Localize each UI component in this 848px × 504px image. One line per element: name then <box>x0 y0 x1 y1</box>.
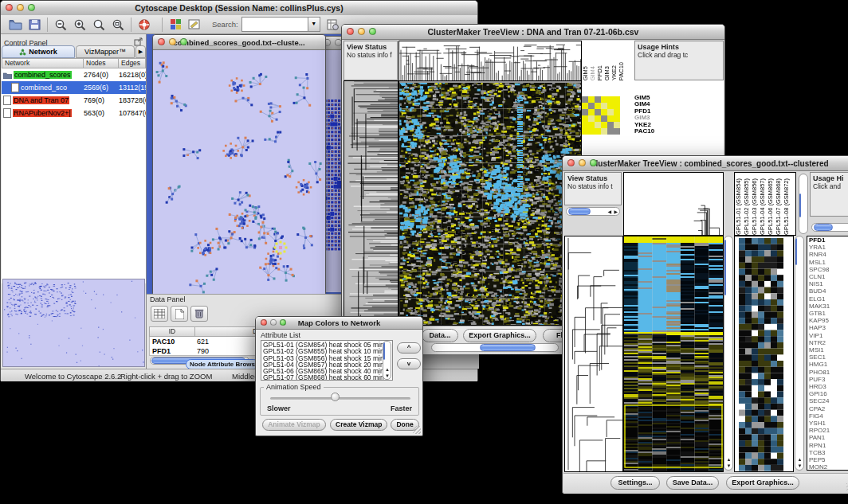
gene-label[interactable]: FIG4 <box>809 412 848 420</box>
column-dendrogram[interactable] <box>623 172 724 236</box>
minimize-button[interactable] <box>579 159 586 166</box>
new-attribute-icon[interactable] <box>171 306 188 322</box>
gene-label[interactable]: GPI16 <box>809 390 848 397</box>
network-row[interactable]: combined_scores 2764(0) 16218(0) <box>2 68 146 81</box>
network-view-1-canvas[interactable] <box>153 50 325 294</box>
attribute-list-vscrollbar[interactable]: ▲ ▼ <box>383 341 391 380</box>
move-up-button[interactable]: ^ <box>397 342 421 354</box>
network-row[interactable]: DNA and Tran 07 769(0) 183728(0) <box>2 94 146 107</box>
column-header-nodes[interactable]: Nodes <box>84 58 119 68</box>
scrollbar-thumb[interactable] <box>568 208 591 215</box>
scroll-down-arrow[interactable]: ▼ <box>798 463 803 468</box>
column-header-network[interactable]: Network <box>2 58 84 68</box>
column-header-edges[interactable]: Edges <box>119 58 146 68</box>
scroll-right-arrow[interactable]: ▶ <box>614 209 618 214</box>
gene-label[interactable]: PHO81 <box>809 369 848 376</box>
window-controls[interactable] <box>567 159 597 166</box>
gene-label[interactable]: TCB3 <box>809 449 848 456</box>
zoomed-heatmap-detail[interactable] <box>734 236 794 472</box>
gene-label-list[interactable]: PFD1YRA1RNR4MSL1SPC98CLN1NIS1BUD4ELG1MAK… <box>807 236 848 471</box>
gene-label[interactable]: CLN1 <box>809 273 848 280</box>
attribute-list[interactable]: GPL51-01 (GSM854) heat shock 05 minGPL51… <box>261 340 393 381</box>
minimize-button[interactable] <box>270 319 277 326</box>
settings-button[interactable]: Settings... <box>610 476 660 490</box>
open-file-icon[interactable] <box>6 16 25 33</box>
attribute-item[interactable]: GPL51-07 (GSM868) heat shock 60 min <box>263 374 392 381</box>
gene-label[interactable]: PFD1 <box>809 236 848 244</box>
gene-label[interactable]: SEC1 <box>809 354 848 361</box>
network-row-selected[interactable]: combined_sco 2569(6) 13112(15) <box>2 81 146 94</box>
gene-label[interactable]: NIS1 <box>809 280 848 287</box>
minimize-button[interactable] <box>169 38 176 45</box>
gene-label[interactable]: PUF3 <box>809 376 848 383</box>
zoom-button[interactable] <box>28 4 35 11</box>
gene-label[interactable]: YRA1 <box>809 244 848 251</box>
treeview1-bottom-hscrollbar[interactable] <box>431 343 559 352</box>
gene-label[interactable]: MSI1 <box>809 346 848 354</box>
gene-label[interactable]: CPA2 <box>809 405 848 412</box>
gene-label[interactable]: RPN1 <box>809 442 848 449</box>
netview1-titlebar[interactable]: combined_scores_good.txt--cluste... <box>153 35 325 50</box>
window-controls[interactable] <box>158 38 187 45</box>
gene-label[interactable]: HRD3 <box>809 383 848 390</box>
network-overview-panel[interactable] <box>2 279 145 367</box>
gene-label[interactable]: MSL1 <box>809 259 848 266</box>
heatmap-vscrollbar[interactable]: ▲ ▼ <box>724 236 733 471</box>
scrollbar-thumb[interactable] <box>383 342 385 360</box>
vizmapper-icon[interactable] <box>166 16 185 33</box>
close-button[interactable] <box>567 159 575 166</box>
zoom-fit-icon[interactable] <box>108 16 128 33</box>
summary-heatmap[interactable] <box>582 96 620 135</box>
gene-label[interactable]: HAP3 <box>809 324 848 331</box>
annotation-icon[interactable] <box>185 16 204 33</box>
treeview2-status-hscrollbar[interactable]: ◀ ▶ <box>566 207 620 216</box>
search-input[interactable] <box>241 17 308 32</box>
resize-grip[interactable] <box>413 426 421 434</box>
gene-label[interactable]: PEP5 <box>809 456 848 463</box>
scroll-left-arrow[interactable]: ◀ <box>607 209 611 214</box>
treeview2-titlebar[interactable]: ClusterMaker TreeView : combined_scores_… <box>563 156 848 171</box>
main-titlebar[interactable]: Cytoscape Desktop (Session Name: collins… <box>1 1 477 16</box>
gene-label[interactable]: MON2 <box>809 463 848 471</box>
correlation-heatmap[interactable] <box>398 80 582 326</box>
zoom-button[interactable] <box>369 28 376 35</box>
speed-slider-thumb[interactable] <box>331 393 340 401</box>
treeview1-titlebar[interactable]: ClusterMaker TreeView : DNA and Tran 07-… <box>342 25 724 40</box>
help-lifering-icon[interactable] <box>135 16 154 33</box>
scrollbar-thumb[interactable] <box>795 238 797 265</box>
row-dendrogram[interactable] <box>344 80 398 326</box>
close-button[interactable] <box>261 319 267 326</box>
row-dendrogram[interactable] <box>564 236 623 472</box>
zoom-button[interactable] <box>180 38 187 45</box>
export-graphics-button[interactable]: Export Graphics... <box>726 476 799 490</box>
scroll-down-arrow[interactable]: ▼ <box>727 463 732 468</box>
network-row[interactable]: RNAPuberNov2+| 563(0) 107847(0) <box>2 107 146 119</box>
gene-label[interactable]: KAP95 <box>809 317 848 324</box>
import-table-icon[interactable] <box>324 16 343 33</box>
tab-overflow-button[interactable]: ▶ <box>135 45 146 58</box>
gene-label[interactable]: ELG1 <box>809 295 848 303</box>
scroll-up-arrow[interactable]: ▲ <box>798 457 803 462</box>
save-icon[interactable] <box>25 16 44 33</box>
scrollbar-thumb[interactable] <box>724 240 726 295</box>
gene-label[interactable]: HMG1 <box>809 361 848 368</box>
window-controls[interactable] <box>347 28 376 35</box>
gene-label[interactable]: SPC98 <box>809 266 848 273</box>
gene-label[interactable]: GTB1 <box>809 310 848 317</box>
zoom-selected-icon[interactable] <box>89 16 108 33</box>
animate-vizmap-button[interactable]: Animate Vizmap <box>262 419 326 431</box>
close-button[interactable] <box>347 28 354 35</box>
id-column-header[interactable]: ID <box>149 326 195 337</box>
close-button[interactable] <box>158 38 165 45</box>
zoom-out-icon[interactable] <box>51 16 70 33</box>
search-dropdown-arrow[interactable]: ▼ <box>308 17 320 32</box>
gene-label[interactable]: RPO21 <box>809 427 848 434</box>
column-dendrogram[interactable] <box>398 41 582 81</box>
dialog-titlebar[interactable]: Map Colors to Network <box>256 317 422 330</box>
gene-label[interactable]: BUD4 <box>809 287 848 295</box>
delete-attribute-trash-icon[interactable] <box>190 306 208 322</box>
scroll-up-arrow[interactable]: ▲ <box>727 457 732 462</box>
create-vizmap-button[interactable]: Create Vizmap <box>330 419 387 431</box>
minimize-button[interactable] <box>358 28 365 35</box>
treeview2-usage-hscrollbar[interactable] <box>811 223 848 232</box>
